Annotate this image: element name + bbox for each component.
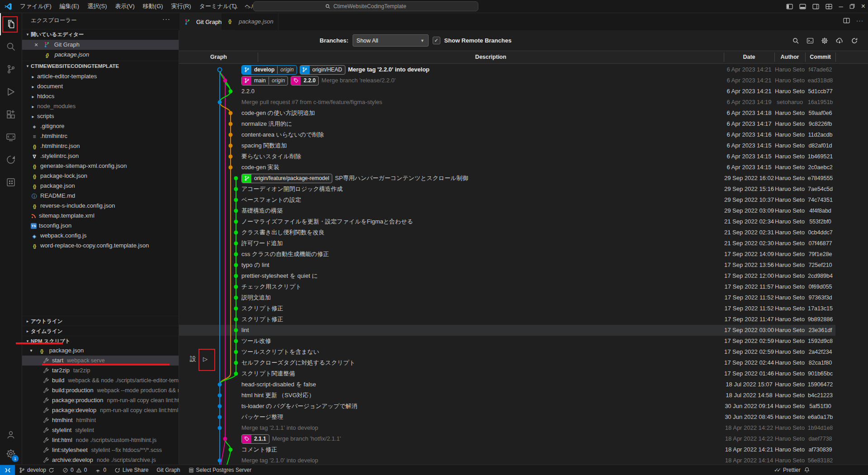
npm-script-lint:stylesheet[interactable]: lint:stylesheetstylelint --fix htdocs/**… [22,445,179,455]
settings-gear-icon[interactable]: 1 [0,444,22,463]
postgres-button[interactable]: Select Postgres Server [184,465,256,475]
commit-row[interactable]: html hint 更新 （SVG対応）18 Jul 2022 14:58Har… [179,390,835,401]
branches-dropdown[interactable]: Show All ▼ [353,34,429,47]
npm-script-tar2zip[interactable]: tar2ziptar2zip [22,366,179,375]
commit-row[interactable]: lint17 Sep 2022 03:00Haruo Seto23e361df [179,325,835,336]
menu-item[interactable]: 表示(V) [111,2,139,10]
commit-row[interactable]: ベースフォントの設定29 Sep 2022 10:37Haruo Seto74c… [179,195,835,205]
docker-view-icon[interactable] [0,171,22,194]
find-commit-icon[interactable] [792,37,799,44]
live-share-view-icon[interactable] [0,148,22,171]
accounts-icon[interactable] [0,425,22,444]
problems-indicator[interactable]: 0 0 [58,465,91,475]
npm-script-archive:develop[interactable]: archive:developnode ./scripts/archive.js [22,455,179,465]
source-control-icon[interactable] [0,58,22,81]
commit-row[interactable]: スクリプト修正17 Sep 2022 11:47Haruo Seto9b8928… [179,314,835,325]
tree-folder-htdocs[interactable]: ▸htdocs [22,91,179,101]
toggle-panel-icon[interactable] [799,4,806,10]
commit-row[interactable]: ノーマライズファイルを更新・設定ファイルをFigmaと合わせる21 Sep 20… [179,216,835,227]
timeline-header[interactable]: ▸ タイムライン [22,326,179,336]
tree-file-webpack.config.js[interactable]: ◈webpack.config.js [22,231,179,241]
branch-badge[interactable]: developorigin [241,65,297,75]
toggle-secondary-sidebar-icon[interactable] [812,4,819,10]
show-remote-branches-checkbox[interactable]: ✓ [433,37,440,44]
tree-file-package.json[interactable]: {}package.json [22,181,179,191]
tree-file-.htmlhintrc.json[interactable]: {}.htmlhintrc.json [22,141,179,151]
explorer-icon[interactable] [0,13,22,35]
fetch-cloud-icon[interactable] [835,37,844,44]
commit-row[interactable]: typo の lint17 Sep 2022 13:56Haruo Seto72… [179,260,835,271]
commit-row[interactable]: Merge tag '2.1.1' into develop18 Apr 202… [179,423,835,433]
workspace-header[interactable]: ▾ CTIMEWEBSITECODINGTEMPLATE [22,61,179,71]
close-button[interactable]: × [861,2,865,10]
commit-row[interactable]: normalize 汎用的に6 Apr 2023 14:17Haruo Seto… [179,119,835,129]
branch-badge[interactable]: origin/feature/package-remodel [241,174,332,183]
tree-folder-node_modules[interactable]: ▸node_modules [22,101,179,111]
tree-file-reverse-s-include.config.json[interactable]: {}reverse-s-include.config.json [22,201,179,211]
split-editor-icon[interactable] [843,17,850,24]
extensions-icon[interactable] [0,103,22,126]
commit-row[interactable]: developoriginorigin/HEADMerge tag '2.2.0… [179,64,835,75]
commit-row[interactable]: 許可ワード追加21 Sep 2022 02:30Haruo Seto07f468… [179,238,835,249]
git-graph-button[interactable]: Git Graph [152,465,184,475]
toggle-sidebar-icon[interactable] [786,4,793,10]
commit-row[interactable]: セルフクローズタグに対処するスクリプト17 Sep 2022 02:44Haru… [179,357,835,368]
npm-script-package:production[interactable]: package:productionnpm-run-all copy clean… [22,395,179,405]
npm-package-json-row[interactable]: ▾ {} package.json [22,346,179,356]
npm-script-stylelint[interactable]: stylelintstylelint [22,425,179,435]
npm-script-build:production[interactable]: build:productionwebpack --mode productio… [22,385,179,395]
command-center-search[interactable]: CtimeWebsiteCodingTemplate [253,1,478,11]
commit-row[interactable]: origin/feature/package-remodelSP専用ハンバーガー… [179,173,835,184]
commit-row[interactable]: スクリプト関連整備17 Sep 2022 01:46Haruo Seto901b… [179,368,835,379]
npm-script-build[interactable]: buildwebpack && node ./scripts/article-e… [22,375,179,385]
tree-folder-article-editor-templates[interactable]: ▸article-editor-templates [22,71,179,81]
menu-item[interactable]: 選択(S) [83,2,111,10]
nav-forward-icon[interactable]: → [244,3,251,10]
branch-indicator[interactable]: develop [15,465,58,475]
open-editor-package-json[interactable]: {} package.json [22,50,179,60]
npm-script-package:develop[interactable]: package:developnpm-run-all copy clean li… [22,405,179,415]
tree-file-word-replace-to-copy.config.template.json[interactable]: {}word-replace-to-copy.config.template.j… [22,241,179,251]
run-debug-icon[interactable] [0,81,22,103]
ports-indicator[interactable]: 0 [91,465,110,475]
editor-more-actions-icon[interactable]: ··· [856,17,863,24]
prettier-indicator[interactable]: ✓✓ Prettier [774,465,801,475]
commit-row[interactable]: spacing 関数追加6 Apr 2023 14:15Haruo Setod8… [179,140,835,151]
run-script-play-icon[interactable]: ▷ [203,356,208,362]
npm-script-start[interactable]: startwebpack serve [22,356,179,366]
refresh-icon[interactable] [851,37,858,44]
restore-button[interactable] [849,4,855,9]
live-share-button[interactable]: Live Share [110,465,152,475]
commit-row[interactable]: code-gen の使い方説明追加6 Apr 2023 14:18Haruo S… [179,108,835,119]
commit-row[interactable]: チェック用スクリプト17 Sep 2022 11:57Haruo Seto0f6… [179,281,835,292]
commit-row[interactable]: mainorigin2.2.0Merge branch 'release/2.2… [179,75,835,86]
commit-row[interactable]: Merge pull request #7 from c-time/featur… [179,97,835,108]
commit-row[interactable]: prettier-stylesheet を quiet に17 Sep 2022… [179,271,835,281]
tree-file-generate-sitemap-xml.config.json[interactable]: {}generate-sitemap-xml.config.json [22,161,179,171]
terminal-icon[interactable] [807,37,814,44]
minimize-button[interactable]: ─ [839,3,843,10]
commit-row[interactable]: content-area いらないので削除6 Apr 2023 14:16Har… [179,129,835,140]
open-editors-header[interactable]: ▾ 開いているエディター [22,29,179,39]
commit-row[interactable]: code-gen 実装6 Apr 2023 14:15Haruo Seto2c0… [179,162,835,173]
tree-folder-document[interactable]: ▸document [22,81,179,91]
tag-badge[interactable]: 2.2.0 [291,76,319,86]
menu-item[interactable]: ファイル(F) [16,2,56,10]
outline-header[interactable]: ▸ アウトライン [22,316,179,326]
commit-row[interactable]: 説明文追加17 Sep 2022 11:52Haruo Seto97363f3d [179,292,835,303]
commit-row[interactable]: ツール改修17 Sep 2022 02:59Haruo Seto1592d9c8 [179,336,835,347]
menu-item[interactable]: 実行(R) [167,2,195,10]
commit-row[interactable]: パッケージ整理30 Jun 2022 08:45Haruo Setoe6a0a1… [179,412,835,423]
tree-file-.gitignore[interactable]: ◆.gitignore [22,121,179,131]
npm-scripts-header[interactable]: ▾ NPM スクリプト [22,336,179,346]
commit-row[interactable]: スクリプト修正17 Sep 2022 11:52Haruo Seto17a13c… [179,303,835,314]
commit-row[interactable]: Merge tag '2.1.0' into develop18 Apr 202… [179,455,835,465]
commit-row[interactable]: 基礎構造の構築29 Sep 2022 03:09Haruo Seto4f4f8a… [179,205,835,216]
commit-row[interactable]: ツールスクリプトを含まない17 Sep 2022 02:59Haruo Seto… [179,347,835,357]
tree-folder-scripts[interactable]: ▸scripts [22,111,179,121]
commit-row[interactable]: 要らないスタイル削除6 Apr 2023 14:15Haruo Seto1b46… [179,151,835,162]
search-view-icon[interactable] [0,35,22,58]
gear-icon[interactable] [821,37,828,44]
commit-row[interactable]: head-script-disabled を false18 Jul 2022 … [179,379,835,390]
close-icon[interactable]: × [34,40,38,50]
